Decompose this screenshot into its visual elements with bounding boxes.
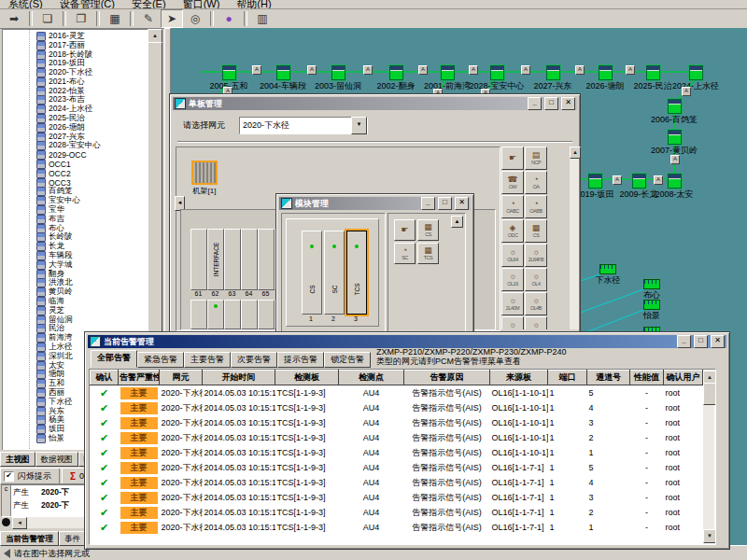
- palette-scrollbar[interactable]: ▲: [570, 147, 579, 329]
- palette-OL16-button[interactable]: ☼OL16: [501, 268, 524, 291]
- palette-ODC-button[interactable]: ◈ODC: [501, 219, 524, 243]
- minimize-icon[interactable]: _: [421, 197, 435, 210]
- shelf-slot[interactable]: [241, 300, 258, 329]
- palette-pointer-button[interactable]: ☛: [501, 147, 524, 170]
- module-palette-pointer-button[interactable]: ☛: [394, 219, 416, 241]
- tree-item[interactable]: 车辆段: [5, 251, 148, 260]
- alarm-window-titlebar[interactable]: 当前告警管理 _ □ ✕: [88, 335, 726, 348]
- module-slot[interactable]: CS: [302, 231, 322, 315]
- palette-OL4-button[interactable]: ☼OL4: [525, 268, 547, 291]
- board-window-titlebar[interactable]: 单板管理 _ □ ✕: [173, 97, 577, 110]
- alarm-row[interactable]: ✔主要2020-下水径2014.05.03 10:15:11TCS[1-1-9-…: [91, 490, 703, 505]
- rack-icon[interactable]: [191, 161, 218, 185]
- palette-OABB-button[interactable]: ◔OABB: [525, 195, 547, 218]
- palette-OL4B-button[interactable]: ☼OL4B: [525, 292, 547, 315]
- alarm-tab[interactable]: 锁定告警: [324, 352, 371, 368]
- palette-OL64-button[interactable]: ☼OL64: [501, 244, 524, 267]
- alarm-row[interactable]: ✔主要2020-下水径2014.05.03 10:15:11TCS[1-1-9-…: [91, 520, 703, 535]
- save-icon[interactable]: ▦: [105, 10, 125, 27]
- alarm-tab[interactable]: 紧急告警: [137, 352, 184, 368]
- column-header[interactable]: 确认用户: [664, 371, 703, 385]
- column-header[interactable]: 告警严重性: [119, 371, 160, 385]
- scroll-up-icon[interactable]: ▲: [148, 29, 162, 43]
- event-corner-button[interactable]: c: [2, 485, 11, 516]
- column-header[interactable]: 开始时间: [203, 371, 275, 385]
- alarm-tab[interactable]: 次要告警: [231, 352, 277, 368]
- shelf-slot[interactable]: [258, 229, 275, 290]
- shelf-slot[interactable]: [207, 300, 224, 329]
- menu-item[interactable]: 帮助(H): [228, 0, 279, 9]
- shelf-slot[interactable]: [224, 229, 241, 290]
- tree-item[interactable]: 布吉: [5, 215, 148, 224]
- menu-item[interactable]: 安全(E): [123, 0, 175, 9]
- palette-OW-button[interactable]: ☎OW: [501, 171, 524, 194]
- module-slot[interactable]: SC: [324, 231, 345, 315]
- alarm-row[interactable]: ✔主要2020-下水径2014.05.03 10:15:11TCS[1-1-9-…: [91, 475, 703, 490]
- minimize-icon[interactable]: _: [677, 335, 691, 348]
- tree-item[interactable]: 黄贝岭: [5, 287, 148, 297]
- tree-item[interactable]: 翻身: [5, 270, 148, 279]
- new-document-icon[interactable]: ❏: [37, 10, 58, 27]
- tree-item[interactable]: 临海: [5, 297, 148, 306]
- maximize-icon[interactable]: □: [544, 97, 558, 110]
- menu-item[interactable]: 窗口(W): [175, 0, 229, 9]
- bottom-tab[interactable]: 事件: [59, 531, 86, 546]
- palette-OABC-button[interactable]: ◔OABC: [501, 195, 524, 218]
- minimize-icon[interactable]: _: [528, 97, 542, 110]
- chevron-down-icon[interactable]: ▼: [351, 117, 367, 134]
- palette-OL1-button[interactable]: ☼OL1: [501, 316, 524, 329]
- shelf-slot[interactable]: [190, 300, 207, 329]
- tree-item[interactable]: 布心: [5, 224, 148, 233]
- tree-item[interactable]: OCC1: [5, 160, 148, 169]
- module-slot[interactable]: TCS: [346, 231, 367, 315]
- alarm-row[interactable]: ✔主要2020-下水径2014.05.03 10:15:11TCS[1-1-9-…: [91, 430, 703, 445]
- alarm-scrollbar[interactable]: ▲ ▼: [703, 371, 714, 543]
- column-header[interactable]: 端口: [548, 371, 587, 385]
- close-icon[interactable]: ✕: [455, 197, 469, 210]
- alarm-tab[interactable]: 提示告警: [277, 352, 324, 368]
- open-icon[interactable]: ❐: [71, 10, 92, 27]
- tree-item[interactable]: 留仙洞: [5, 315, 148, 325]
- menu-item[interactable]: 系统(S): [0, 0, 51, 9]
- tree-item[interactable]: 大学城: [5, 260, 148, 270]
- column-header[interactable]: 检测板: [275, 371, 339, 385]
- alarm-row[interactable]: ✔主要2020-下水径2014.05.03 10:15:11TCS[1-1-9-…: [91, 505, 703, 520]
- scroll-up-icon[interactable]: ▲: [451, 216, 463, 228]
- shelf-slot[interactable]: [258, 300, 275, 329]
- shelf-slot[interactable]: [241, 229, 258, 290]
- bottom-tab[interactable]: 当前告警管理: [0, 531, 59, 546]
- close-icon[interactable]: ✕: [561, 97, 575, 110]
- view-tab[interactable]: 主视图: [0, 452, 35, 467]
- exit-icon[interactable]: ➡: [4, 10, 24, 27]
- tree-item[interactable]: 长龙: [5, 242, 148, 251]
- column-header[interactable]: 来源板: [490, 371, 548, 385]
- column-header[interactable]: 检测点: [339, 371, 404, 385]
- edit-pen-icon[interactable]: ✎: [138, 10, 159, 27]
- module-window-titlebar[interactable]: 模块管理 _ □ ✕: [279, 197, 471, 210]
- search-icon[interactable]: ◎: [185, 10, 205, 27]
- module-palette-CS-button[interactable]: ▦CS: [417, 219, 439, 241]
- shelf-slot[interactable]: [190, 229, 207, 290]
- palette-OEL1-button[interactable]: ☼OEL1: [525, 316, 547, 329]
- alarm-row[interactable]: ✔主要2020-下水径2014.05.03 10:15:11TCS[1-1-9-…: [91, 400, 703, 415]
- alarm-row[interactable]: ✔主要2020-下水径2014.05.03 10:15:11TCS[1-1-9-…: [91, 385, 703, 401]
- scroll-thumb[interactable]: [703, 383, 716, 405]
- help-ball-icon[interactable]: ●: [218, 10, 239, 27]
- tree-item[interactable]: 2029-OCC: [5, 150, 148, 160]
- maximize-icon[interactable]: □: [694, 335, 708, 348]
- book-icon[interactable]: ▥: [252, 10, 273, 27]
- palette-2L64FB-button[interactable]: ☼2L64FB: [525, 244, 547, 267]
- menu-item[interactable]: 设备管理(C): [51, 0, 123, 9]
- palette-OA-button[interactable]: ◔OA: [525, 171, 547, 194]
- palette-NCP-button[interactable]: ▤NCP: [525, 147, 547, 170]
- column-header[interactable]: 性能值: [630, 371, 664, 385]
- tree-item[interactable]: 长岭陂: [5, 233, 148, 243]
- column-header[interactable]: 通道号: [587, 371, 630, 385]
- module-palette-TCS-button[interactable]: ▦TCS: [417, 243, 439, 264]
- tree-item[interactable]: 宝华: [5, 205, 148, 215]
- ne-select-combobox[interactable]: 2020-下水径 ▼: [239, 117, 368, 134]
- column-header[interactable]: 确认: [91, 371, 119, 385]
- maximize-icon[interactable]: □: [438, 197, 452, 210]
- alarm-row[interactable]: ✔主要2020-下水径2014.05.03 10:15:11TCS[1-1-9-…: [91, 460, 703, 475]
- palette-CS-button[interactable]: ▦CS: [525, 219, 547, 243]
